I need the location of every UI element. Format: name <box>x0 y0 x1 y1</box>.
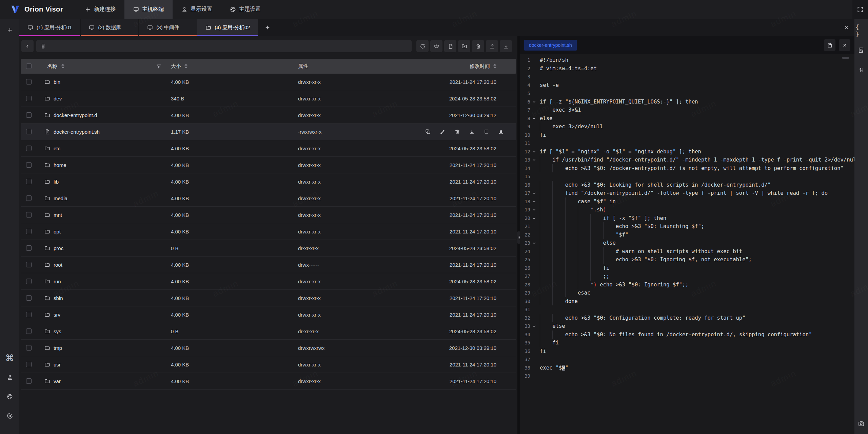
table-row[interactable]: sys 0 B dr-xr-xr-x 2024-05-28 23:58:02 <box>21 323 516 340</box>
column-header-mtime[interactable]: 修改时间 <box>470 63 490 70</box>
download-icon[interactable] <box>469 129 475 135</box>
brand[interactable]: Orion Visor <box>0 0 76 19</box>
row-checkbox[interactable] <box>26 328 32 334</box>
new-folder-button[interactable] <box>458 40 470 52</box>
swap-vertical-icon[interactable] <box>855 64 867 76</box>
file-name[interactable]: opt <box>54 229 61 234</box>
row-checkbox[interactable] <box>26 212 32 218</box>
table-row[interactable]: tmp 4.00 KB drwxrwxrwx 2021-12-30 03:29:… <box>21 340 516 356</box>
refresh-button[interactable] <box>416 40 429 52</box>
file-name[interactable]: home <box>54 162 66 168</box>
fold-chevron-icon[interactable] <box>530 197 538 206</box>
file-name[interactable]: mnt <box>54 212 62 218</box>
table-row[interactable]: srv 4.00 KB drwxr-xr-x 2021-11-24 17:20:… <box>21 306 516 323</box>
row-checkbox[interactable] <box>26 195 32 201</box>
file-name[interactable]: sys <box>54 328 61 334</box>
row-checkbox[interactable] <box>26 312 32 317</box>
nav-item-0[interactable]: 新建连接 <box>76 0 124 19</box>
row-checkbox[interactable] <box>26 112 32 118</box>
upload-button[interactable] <box>486 40 498 52</box>
new-tab-button[interactable] <box>259 19 276 36</box>
table-row[interactable]: dev 340 B drwxr-xr-x 2024-05-28 23:58:02 <box>21 90 516 107</box>
file-name[interactable]: sbin <box>54 295 63 301</box>
permission-icon[interactable] <box>498 129 504 135</box>
table-row[interactable]: mnt 4.00 KB drwxr-xr-x 2021-11-24 17:20:… <box>21 207 516 223</box>
row-checkbox[interactable] <box>26 146 32 151</box>
trash-icon[interactable] <box>454 129 460 135</box>
command-icon[interactable]: ⌘ <box>3 351 17 365</box>
terminal-tab-2[interactable]: (2) 数据库 <box>81 19 138 36</box>
file-name[interactable]: docker-entrypoint.d <box>54 112 97 118</box>
table-row[interactable]: media 4.00 KB drwxr-xr-x 2021-11-24 17:2… <box>21 190 516 207</box>
file-name[interactable]: dev <box>54 96 62 101</box>
select-all-checkbox[interactable] <box>26 63 32 69</box>
braces-icon[interactable]: { } <box>855 25 867 36</box>
file-name[interactable]: etc <box>54 146 60 151</box>
terminal-tab-3[interactable]: (3) 中间件 <box>139 19 197 36</box>
save-icon[interactable] <box>824 39 835 51</box>
row-checkbox[interactable] <box>26 79 32 84</box>
fullscreen-icon[interactable] <box>852 0 868 19</box>
sort-icon-name[interactable] <box>61 64 64 69</box>
copy-icon[interactable] <box>425 129 431 135</box>
table-row[interactable]: bin 4.00 KB drwxr-xr-x 2021-11-24 17:20:… <box>21 74 516 90</box>
file-name[interactable]: root <box>54 262 62 268</box>
path-input[interactable] <box>48 43 408 49</box>
fold-chevron-icon[interactable] <box>530 98 538 106</box>
new-file-button[interactable] <box>444 40 456 52</box>
table-row[interactable]: home 4.00 KB drwxr-xr-x 2021-11-24 17:20… <box>21 157 516 173</box>
table-row[interactable]: usr 4.00 KB drwxr-xr-x 2021-11-24 17:20:… <box>21 356 516 373</box>
table-row[interactable]: sbin 4.00 KB drwxr-xr-x 2021-11-24 17:20… <box>21 290 516 306</box>
file-name[interactable]: proc <box>54 245 63 251</box>
gear-icon[interactable] <box>3 409 17 423</box>
filter-icon[interactable] <box>156 64 161 69</box>
table-row[interactable]: docker-entrypoint.d 4.00 KB drwxr-xr-x 2… <box>21 107 516 124</box>
editor-close-icon[interactable] <box>839 39 850 51</box>
terminal-tab-1[interactable]: (1) 应用-分析01 <box>19 19 80 36</box>
terminal-tab-4[interactable]: (4) 应用-分析02 <box>197 19 258 36</box>
file-name[interactable]: tmp <box>54 345 62 351</box>
editor-scrollbar[interactable] <box>842 57 849 59</box>
column-header-size[interactable]: 大小 <box>171 63 181 70</box>
file-name[interactable]: usr <box>54 362 61 367</box>
back-button[interactable] <box>21 40 34 52</box>
nav-item-1[interactable]: 主机终端 <box>124 0 173 19</box>
table-row[interactable]: var 4.00 KB drwxr-xr-x 2021-11-24 17:20:… <box>21 373 516 390</box>
row-checkbox[interactable] <box>26 345 32 351</box>
row-checkbox[interactable] <box>26 245 32 251</box>
close-tab-icon[interactable] <box>838 19 854 36</box>
panel-splitter[interactable] <box>517 36 520 434</box>
stamp-icon[interactable] <box>3 371 17 384</box>
fold-chevron-icon[interactable] <box>530 239 538 247</box>
fold-chevron-icon[interactable] <box>530 156 538 164</box>
table-row[interactable]: docker-entrypoint.sh 1.17 KB -rwxrwxr-x <box>21 124 516 140</box>
file-name[interactable]: bin <box>54 79 60 85</box>
column-header-name[interactable]: 名称 <box>47 63 57 70</box>
row-checkbox[interactable] <box>26 229 32 234</box>
row-checkbox[interactable] <box>26 179 32 184</box>
row-checkbox[interactable] <box>26 162 32 168</box>
download-button[interactable] <box>500 40 512 52</box>
move-icon[interactable] <box>484 129 489 135</box>
fold-chevron-icon[interactable] <box>530 148 538 156</box>
editor-file-tab[interactable]: docker-entrypoint.sh <box>524 40 577 51</box>
sort-icon-mtime[interactable] <box>493 64 496 69</box>
file-name[interactable]: media <box>54 195 67 201</box>
nav-item-2[interactable]: 显示设置 <box>173 0 221 19</box>
table-row[interactable]: opt 4.00 KB drwxr-xr-x 2021-11-24 17:20:… <box>21 223 516 240</box>
row-checkbox[interactable] <box>26 362 32 367</box>
plus-icon[interactable] <box>3 23 17 37</box>
camera-icon[interactable] <box>855 418 867 429</box>
fold-chevron-icon[interactable] <box>530 114 538 123</box>
file-name[interactable]: var <box>54 378 61 384</box>
trash-button[interactable] <box>472 40 484 52</box>
splitter-drag-handle[interactable] <box>517 231 520 244</box>
row-checkbox[interactable] <box>26 378 32 384</box>
table-row[interactable]: run 4.00 KB drwxr-xr-x 2024-05-28 23:58:… <box>21 273 516 290</box>
fold-chevron-icon[interactable] <box>530 214 538 223</box>
code-editor[interactable]: 1 #!/bin/sh 2 # vim:sw=4:ts=4:et 3 4 set… <box>520 54 854 434</box>
file-name[interactable]: run <box>54 279 61 284</box>
doc-bookmark-icon[interactable] <box>855 44 867 56</box>
table-row[interactable]: etc 4.00 KB drwxr-xr-x 2024-05-28 23:58:… <box>21 140 516 157</box>
row-checkbox[interactable] <box>26 129 32 134</box>
